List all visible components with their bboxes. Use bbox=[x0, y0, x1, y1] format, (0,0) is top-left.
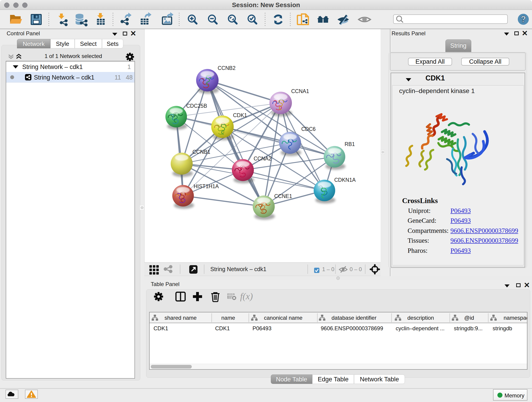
svg-text:CCNA1: CCNA1 bbox=[291, 88, 309, 94]
svg-text:name: name bbox=[221, 315, 235, 321]
svg-text:RB1: RB1 bbox=[345, 141, 355, 147]
svg-text:1 – 0: 1 – 0 bbox=[322, 266, 334, 272]
svg-text:canonical name: canonical name bbox=[264, 315, 302, 321]
svg-text:CCNB2: CCNB2 bbox=[218, 65, 235, 71]
svg-text:0 – 0: 0 – 0 bbox=[350, 266, 362, 272]
svg-text:CCNA2: CCNA2 bbox=[254, 156, 272, 162]
svg-text:namespac: namespac bbox=[504, 315, 527, 321]
svg-text:CDK1: CDK1 bbox=[233, 112, 247, 118]
svg-text:@id: @id bbox=[464, 315, 474, 321]
svg-text:shared name: shared name bbox=[165, 315, 196, 321]
svg-text:database identifier: database identifier bbox=[331, 315, 376, 321]
svg-text:CCNE1: CCNE1 bbox=[274, 193, 292, 199]
svg-text:CDKN1A: CDKN1A bbox=[334, 177, 356, 183]
svg-text:CDC25B: CDC25B bbox=[186, 103, 207, 109]
svg-text:String Network – cdk1: String Network – cdk1 bbox=[210, 266, 266, 272]
svg-text:CDC6: CDC6 bbox=[301, 126, 316, 132]
svg-text:HIST1H1A: HIST1H1A bbox=[194, 183, 219, 189]
svg-text:?: ? bbox=[520, 14, 526, 24]
svg-text:f(x): f(x) bbox=[240, 291, 253, 301]
svg-text:CCNB1: CCNB1 bbox=[192, 149, 210, 155]
svg-text:description: description bbox=[407, 315, 434, 321]
